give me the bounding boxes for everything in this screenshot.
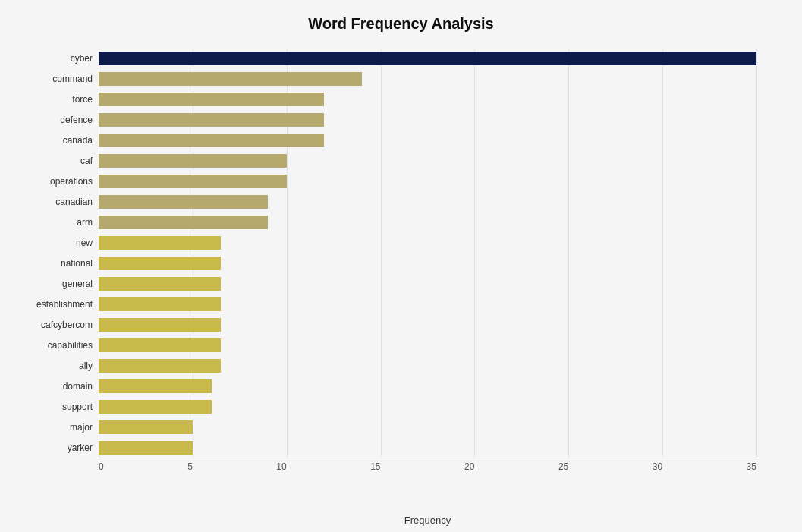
bar-label: operations bbox=[50, 176, 93, 187]
bar-label: new bbox=[76, 238, 93, 248]
bar-row: canada bbox=[99, 132, 756, 149]
bar-row: major bbox=[99, 419, 756, 436]
bar-row: operations bbox=[99, 173, 756, 190]
bar-row: domain bbox=[99, 378, 756, 395]
bar-label: cyber bbox=[71, 53, 93, 64]
bar-fill bbox=[99, 420, 193, 434]
x-tick-label: 15 bbox=[370, 461, 380, 472]
bar-row: support bbox=[99, 398, 756, 415]
bar-label: general bbox=[62, 279, 93, 289]
bar-fill bbox=[99, 216, 268, 229]
bar-row: yarker bbox=[99, 439, 756, 456]
x-tick-label: 20 bbox=[464, 461, 474, 472]
bar-label: support bbox=[62, 401, 93, 412]
bar-label: yarker bbox=[68, 442, 93, 453]
bar-fill bbox=[99, 338, 221, 352]
bar-fill bbox=[99, 113, 324, 127]
bar-row: national bbox=[99, 255, 756, 272]
bar-fill bbox=[99, 359, 221, 373]
bar-fill bbox=[99, 175, 287, 188]
bar-row: cyber bbox=[99, 50, 756, 67]
bar-label: cafcybercom bbox=[41, 320, 93, 330]
bar-row: new bbox=[99, 235, 756, 251]
bar-fill bbox=[99, 379, 212, 393]
bar-row: defence bbox=[99, 112, 756, 128]
bar-label: capabilities bbox=[48, 340, 93, 351]
x-tick-label: 35 bbox=[747, 461, 756, 472]
bar-fill bbox=[99, 236, 221, 250]
bars-wrapper: cybercommandforcedefencecanadacafoperati… bbox=[99, 48, 756, 458]
bar-fill bbox=[99, 400, 212, 414]
bar-row: force bbox=[99, 91, 756, 108]
chart-container: Word Frequency Analysis cybercommandforc… bbox=[0, 0, 802, 532]
x-axis: 05101520253035 bbox=[99, 458, 756, 488]
grid-line bbox=[756, 48, 757, 458]
chart-title: Word Frequency Analysis bbox=[46, 15, 756, 33]
x-axis-label: Frequency bbox=[404, 515, 451, 526]
x-tick-label: 25 bbox=[558, 461, 568, 472]
chart-area: cybercommandforcedefencecanadacafoperati… bbox=[99, 48, 756, 488]
x-tick-label: 5 bbox=[187, 461, 193, 472]
bar-fill bbox=[99, 72, 362, 86]
bar-label: establishment bbox=[36, 299, 93, 310]
bar-label: defence bbox=[60, 115, 93, 125]
bar-fill bbox=[99, 297, 221, 311]
bar-fill bbox=[99, 277, 221, 291]
bar-label: canada bbox=[63, 135, 93, 146]
bar-fill bbox=[99, 134, 324, 147]
bar-label: national bbox=[61, 258, 93, 269]
bar-label: domain bbox=[63, 381, 93, 392]
x-tick-label: 10 bbox=[276, 461, 286, 472]
bar-label: command bbox=[52, 74, 93, 84]
bar-row: general bbox=[99, 275, 756, 292]
bar-row: ally bbox=[99, 357, 756, 374]
bar-label: arm bbox=[77, 217, 93, 228]
bar-row: canadian bbox=[99, 194, 756, 210]
bar-label: ally bbox=[79, 360, 93, 371]
bar-row: arm bbox=[99, 214, 756, 231]
bar-fill bbox=[99, 318, 221, 332]
bar-fill bbox=[99, 257, 221, 270]
x-tick-label: 0 bbox=[99, 461, 104, 472]
bar-label: caf bbox=[80, 156, 93, 166]
bar-label: major bbox=[70, 422, 93, 433]
bar-fill bbox=[99, 195, 268, 209]
bar-label: canadian bbox=[55, 197, 93, 207]
bar-row: caf bbox=[99, 153, 756, 169]
x-tick-label: 30 bbox=[653, 461, 662, 472]
bar-row: capabilities bbox=[99, 337, 756, 354]
bar-row: establishment bbox=[99, 296, 756, 313]
bar-row: cafcybercom bbox=[99, 316, 756, 333]
bar-fill bbox=[99, 93, 324, 106]
bar-fill bbox=[99, 154, 287, 168]
bar-fill bbox=[99, 441, 193, 455]
bar-label: force bbox=[72, 94, 93, 105]
bar-row: command bbox=[99, 71, 756, 87]
bar-fill bbox=[99, 52, 756, 65]
